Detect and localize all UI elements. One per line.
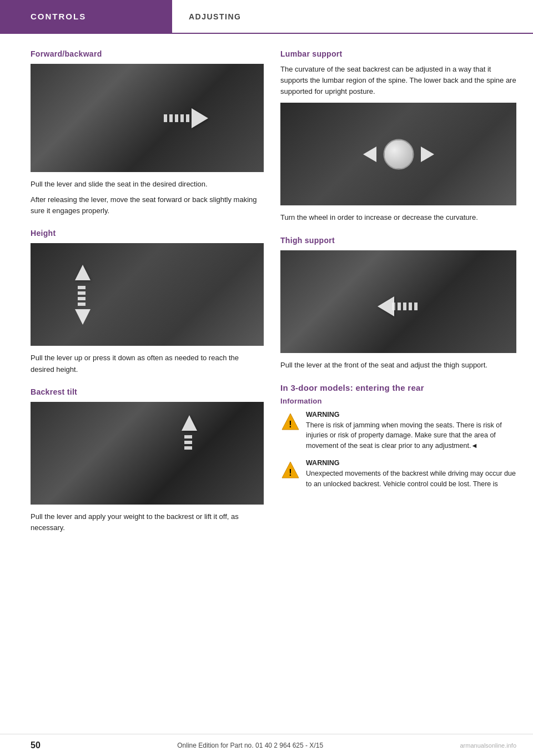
height-text1: Pull the lever up or press it down as of… xyxy=(31,352,264,375)
backrest-tilt-title: Backrest tilt xyxy=(31,387,264,396)
entering-rear-title: In 3-door models: entering the rear xyxy=(280,383,516,392)
svg-text:!: ! xyxy=(289,468,291,477)
warning-text-2: WARNING Unexpected movements of the back… xyxy=(306,459,516,490)
forward-backward-title: Forward/backward xyxy=(31,49,264,58)
adjusting-tab: ADJUSTING xyxy=(172,0,258,33)
height-section: Height Pull the lever up or press it dow… xyxy=(31,229,264,375)
right-column: Lumbar support The curvature of the seat… xyxy=(280,49,516,546)
forward-backward-image xyxy=(31,64,264,172)
information-title: Information xyxy=(280,397,516,405)
controls-tab: CONTROLS xyxy=(0,0,172,33)
warning-body-1: There is risk of jamming when moving the… xyxy=(306,420,516,451)
warning-text-1: WARNING There is risk of jamming when mo… xyxy=(306,411,516,451)
backrest-tilt-section: Backrest tilt Pull the lever and apply y… xyxy=(31,387,264,533)
thigh-support-text1: Pull the lever at the front of the seat … xyxy=(280,360,516,371)
lumbar-support-title: Lumbar support xyxy=(280,49,516,58)
page-footer: 50 Online Edition for Part no. 01 40 2 9… xyxy=(0,734,533,756)
lumbar-support-section: Lumbar support The curvature of the seat… xyxy=(280,49,516,224)
watermark-text: armanualsonline.info xyxy=(460,742,516,749)
entering-rear-section: In 3-door models: entering the rear Info… xyxy=(280,383,516,490)
warning-label-1: WARNING xyxy=(306,411,516,419)
lumbar-support-image xyxy=(280,103,516,205)
left-column: Forward/backward Pull the lever and slid… xyxy=(31,49,264,546)
height-title: Height xyxy=(31,229,264,238)
page-number: 50 xyxy=(31,740,41,750)
warning-body-2: Unexpected movements of the backrest whi… xyxy=(306,468,516,490)
warning-block-1: ! WARNING There is risk of jamming when … xyxy=(280,411,516,451)
forward-backward-text1: Pull the lever and slide the seat in the… xyxy=(31,179,264,190)
backrest-tilt-image xyxy=(31,402,264,505)
lumbar-support-text1: The curvature of the seat backrest can b… xyxy=(280,64,516,97)
svg-text:!: ! xyxy=(289,420,291,429)
warning-label-2: WARNING xyxy=(306,459,516,467)
warning-icon-1: ! xyxy=(280,412,300,434)
backrest-tilt-text1: Pull the lever and apply your weight to … xyxy=(31,511,264,533)
page-content: Forward/backward Pull the lever and slid… xyxy=(0,34,533,579)
forward-backward-text2: After releasing the lever, move the seat… xyxy=(31,194,264,216)
online-edition-text: Online Edition for Part no. 01 40 2 964 … xyxy=(177,742,323,749)
thigh-support-section: Thigh support Pull the lever at the fron… xyxy=(280,236,516,371)
height-image xyxy=(31,243,264,346)
forward-backward-section: Forward/backward Pull the lever and slid… xyxy=(31,49,264,216)
page-header: CONTROLS ADJUSTING xyxy=(0,0,533,34)
warning-icon-2: ! xyxy=(280,460,300,482)
warning-block-2: ! WARNING Unexpected movements of the ba… xyxy=(280,459,516,490)
controls-label: CONTROLS xyxy=(31,12,86,21)
adjusting-label: ADJUSTING xyxy=(189,12,241,21)
thigh-support-image xyxy=(280,250,516,353)
lumbar-support-text2: Turn the wheel in order to increase or d… xyxy=(280,212,516,223)
thigh-support-title: Thigh support xyxy=(280,236,516,245)
